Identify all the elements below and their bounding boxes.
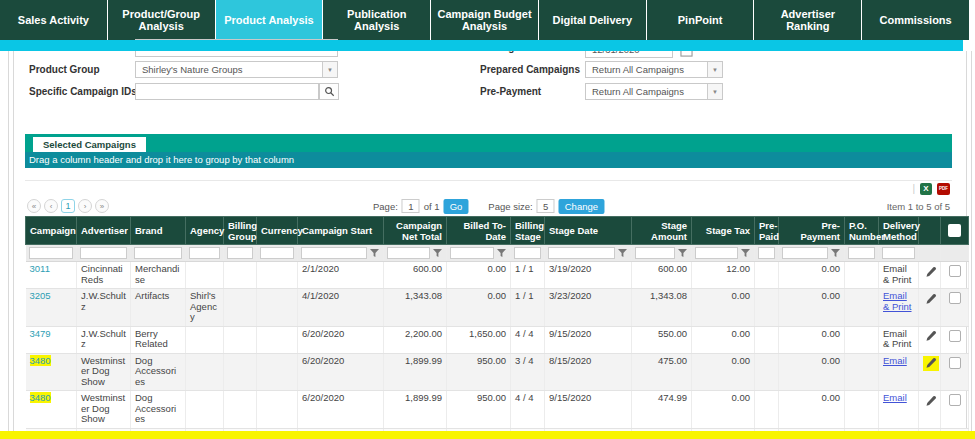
filter-input-campaign-start[interactable] [301,247,367,259]
campaign-id-search-button[interactable] [319,83,339,100]
filter-input-billed-to-date[interactable] [450,247,494,259]
filter-input-billing-stage[interactable] [514,247,541,259]
campaign-id-link[interactable]: 3480 [30,355,51,366]
cell-agency [186,262,224,289]
row-checkbox[interactable] [949,394,961,406]
pre-payment-dropdown[interactable]: Return All Campaigns ▼ [585,83,723,100]
filter-funnel-button[interactable] [432,247,443,259]
row-checkbox[interactable] [949,265,961,277]
prepared-campaigns-dropdown[interactable]: Return All Campaigns ▼ [585,61,723,78]
column-header-currency[interactable]: Currency [257,217,298,245]
column-header-campaign[interactable]: Campaign [26,217,77,245]
chevron-down-icon[interactable]: ▼ [322,62,337,77]
chevron-down-icon[interactable]: ▼ [707,84,722,99]
pager-current-page[interactable]: 1 [61,199,75,213]
filter-input-advertiser[interactable] [80,247,127,259]
pager-top: «‹1›»Page:of 1GoPage size:ChangeItem 1 t… [25,196,952,216]
edit-row-button[interactable] [923,329,939,344]
filter-funnel-button[interactable] [677,247,688,259]
specific-campaign-ids-input[interactable] [135,83,319,100]
change-button[interactable]: Change [559,199,604,214]
page-size-input[interactable] [537,199,555,213]
cell-billing-stage: 3 / 4 [511,353,545,391]
chevron-down-icon[interactable]: ▼ [707,62,722,77]
column-header-agency[interactable]: Agency [186,217,224,245]
campaign-id-link[interactable]: 3205 [30,290,51,301]
filter-funnel-button[interactable] [617,247,628,259]
filter-input-pre-payment[interactable] [782,247,828,259]
campaign-id-link[interactable]: 3480 [30,392,51,403]
row-checkbox[interactable] [949,292,961,304]
filter-input-net-total[interactable] [387,247,430,259]
filter-input-currency[interactable] [260,247,294,259]
edit-row-button[interactable] [923,393,939,408]
filter-input-brand[interactable] [134,247,182,259]
delivery-method-link[interactable]: Email & Print [883,290,912,312]
column-header-stage-amount[interactable]: Stage Amount [632,217,692,245]
cell-billed-to-date: 950.00 [447,391,511,429]
selected-campaigns-section: Selected Campaigns Drag a column header … [25,134,952,439]
pager-next-button[interactable]: › [78,199,92,213]
cell-billing-group [224,262,257,289]
row-checkbox[interactable] [949,330,961,342]
column-header-net-total[interactable]: Campaign Net Total [384,217,447,245]
filter-input-campaign[interactable] [29,247,74,259]
column-header-billing-stage[interactable]: Billing Stage [511,217,545,245]
column-header-pre-paid[interactable]: Pre-Paid [755,217,779,245]
filter-input-agency[interactable] [189,247,220,259]
column-header-brand[interactable]: Brand [131,217,186,245]
column-header-po-number[interactable]: P.O. Number [845,217,879,245]
pager-first-button[interactable]: « [27,199,41,213]
select-all-checkbox[interactable] [948,224,961,237]
group-by-drop-zone[interactable]: Drag a column header and drop it here to… [25,152,952,168]
filter-cell-advertiser [77,245,131,262]
cell-pre-paid [755,262,779,289]
filter-input-stage-tax[interactable] [695,247,738,259]
filter-input-delivery-method[interactable] [882,247,915,259]
campaign-id-link[interactable]: 3011 [30,263,50,274]
column-header-delivery-method[interactable]: Delivery Method [879,217,919,245]
campaign-id-link[interactable]: 3479 [30,328,51,339]
table-row: 3480Westminster Dog ShowDog Accessories6… [26,353,969,391]
cell-stage-date: 8/15/2020 [545,353,632,391]
filter-funnel-button[interactable] [740,247,751,259]
table-row: 3479J.W.SchultzBerry Related6/20/20202,2… [26,326,969,353]
filter-input-po-number[interactable] [848,247,875,259]
pager-prev-button[interactable]: ‹ [44,199,58,213]
edit-row-button[interactable] [923,356,939,371]
filter-input-stage-amount[interactable] [635,247,675,259]
cell-pre-paid [755,289,779,327]
filter-input-billing-group[interactable] [227,247,253,259]
pager-last-button[interactable]: » [95,199,109,213]
filter-input-pre-paid[interactable] [758,247,775,259]
tab-selected-campaigns[interactable]: Selected Campaigns [33,137,146,152]
column-header-billed-to-date[interactable]: Billed To-Date [447,217,511,245]
filter-funnel-button[interactable] [496,247,507,259]
pre-payment-value: Return All Campaigns [586,84,722,100]
row-checkbox[interactable] [949,357,961,369]
cell-pre-payment: 0.00 [779,326,845,353]
pdf-export-icon[interactable]: PDF [937,183,950,195]
filter-cell-delivery-method [879,245,919,262]
filter-funnel-button[interactable] [830,247,841,259]
column-header-pre-payment[interactable]: Pre-Payment [779,217,845,245]
delivery-method-link[interactable]: Email [883,355,907,366]
table-row: 3480Westminster Dog ShowDog Accessories6… [26,391,969,429]
page-number-input[interactable] [402,199,420,213]
delivery-method-link[interactable]: Email [883,392,907,403]
column-header-campaign-start[interactable]: Campaign Start [298,217,384,245]
excel-export-icon[interactable]: X [920,183,932,195]
filter-funnel-button[interactable] [369,247,380,259]
column-header-advertiser[interactable]: Advertiser [77,217,131,245]
go-button[interactable]: Go [444,199,469,214]
edit-row-button[interactable] [923,264,939,279]
filter-input-stage-date[interactable] [548,247,615,259]
column-header-stage-date[interactable]: Stage Date [545,217,632,245]
product-group-dropdown[interactable]: Shirley's Nature Groups ▼ [135,61,338,78]
edit-row-button[interactable] [923,291,939,306]
cell-brand: Artifacts [131,289,186,327]
column-header-billing-group[interactable]: Billing Group [224,217,257,245]
cell-po-number [845,326,879,353]
filter-cell-stage-tax [692,245,755,262]
column-header-stage-tax[interactable]: Stage Tax [692,217,755,245]
